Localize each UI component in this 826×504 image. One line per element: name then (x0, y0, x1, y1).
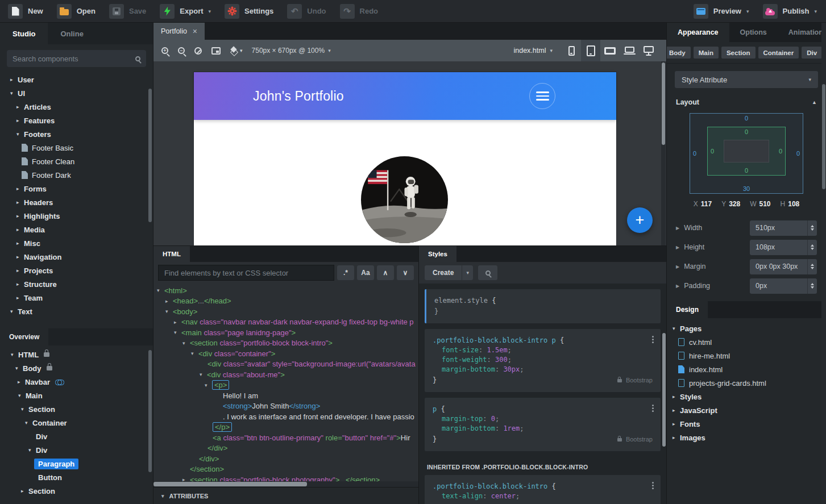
tree-arrow-icon[interactable]: ▾ (174, 330, 181, 335)
tree-arrow-icon[interactable]: ▸ (16, 268, 24, 273)
tree-arrow-icon[interactable]: ▾ (21, 406, 28, 412)
html-code-line[interactable]: ▾ <body> (153, 306, 418, 317)
toolbar-button[interactable]: Undo ▾ (285, 2, 329, 20)
tree-arrow-icon[interactable]: ▾ (15, 365, 23, 371)
tree-arrow-icon[interactable]: ▸ (673, 394, 680, 399)
padding-left-value[interactable]: 0 (711, 148, 714, 155)
search-styles-button[interactable] (478, 265, 497, 280)
inspector-scrollbar-thumb[interactable] (822, 84, 825, 189)
add-component-button[interactable]: + (627, 207, 653, 233)
field-value[interactable]: 510px (750, 224, 807, 232)
canvas-tool-button[interactable]: ▾ (178, 47, 185, 54)
html-hscroll-thumb[interactable] (153, 482, 307, 486)
html-code-line[interactable]: ▾ <p> (153, 380, 418, 391)
chevron-up-icon[interactable]: ▲ (812, 99, 817, 105)
field-input[interactable]: 0px (750, 278, 817, 294)
tab-html[interactable]: HTML (153, 246, 190, 262)
css-rule-card[interactable]: p { margin-top: 0;margin-bottom: 1rem; }… (425, 398, 661, 451)
breadcrumb-item[interactable]: Body (667, 47, 691, 59)
component-tree-item[interactable]: Footer Clean (0, 155, 153, 168)
html-code-line[interactable]: </div> (153, 453, 418, 464)
tree-arrow-icon[interactable]: ▾ (165, 309, 173, 314)
tab-portfolio[interactable]: Portfolio × (153, 23, 205, 40)
component-tree-item[interactable]: ▸ Articles (0, 100, 153, 114)
find-option-button[interactable]: ∧ (377, 265, 394, 280)
hamburger-menu-icon[interactable] (529, 83, 555, 109)
toolbar-button[interactable]: New ▾ (6, 2, 47, 20)
html-horizontal-scrollbar[interactable] (153, 481, 418, 487)
preview-page[interactable]: John's Portfolio (194, 72, 616, 245)
tree-arrow-icon[interactable]: ▾ (673, 326, 680, 331)
tree-arrow-icon[interactable]: ▾ (205, 382, 212, 388)
tree-arrow-icon[interactable]: ▸ (18, 379, 25, 385)
tree-arrow-icon[interactable]: ▾ (18, 393, 26, 398)
css-rule-card[interactable]: .portfolio-block.block-intro p { font-si… (425, 329, 661, 392)
html-code-line[interactable]: </p> (153, 422, 418, 433)
design-tree-item[interactable]: projects-grid-cards.html (667, 376, 826, 390)
tree-arrow-icon[interactable]: ▸ (16, 213, 24, 219)
toolbar-button[interactable]: Settings ▾ (222, 2, 277, 20)
chevron-down-icon[interactable]: ▾ (462, 265, 473, 280)
design-tree-item[interactable]: cv.html (667, 335, 826, 349)
padding-bottom-value[interactable]: 0 (745, 167, 748, 174)
component-tree-item[interactable]: ▸ Media (0, 223, 153, 236)
design-tree-item[interactable]: ▾ Pages (667, 322, 826, 335)
tree-arrow-icon[interactable]: ▸ (16, 104, 24, 110)
preview-navbar[interactable]: John's Portfolio (194, 72, 616, 120)
find-option-button[interactable]: ∨ (397, 265, 414, 280)
overview-tree-item[interactable]: ▾ Div (0, 443, 153, 457)
tree-arrow-icon[interactable]: ▾ (25, 420, 32, 426)
html-code-line[interactable]: </section> (153, 464, 418, 475)
tab-animation[interactable]: Animation (778, 23, 826, 42)
content-box[interactable] (724, 140, 769, 163)
design-tree-item[interactable]: ▸ Fonts (667, 417, 826, 431)
overview-tree-item[interactable]: ▾ Main (0, 389, 153, 402)
toolbar-button[interactable]: Redo ▾ (338, 2, 382, 20)
design-tree-item[interactable]: index.html (667, 363, 826, 376)
canvas-scrollbar-thumb[interactable] (662, 63, 665, 145)
tab-appearance[interactable]: Appearance (667, 23, 729, 42)
breadcrumb-item[interactable]: Div (802, 47, 822, 59)
find-option-button[interactable]: .* (337, 265, 354, 280)
tab-styles[interactable]: Styles (419, 246, 456, 262)
toolbar-button[interactable]: Preview ▾ (691, 2, 753, 20)
tab-design[interactable]: Design (667, 301, 708, 318)
breadcrumb-item[interactable]: Main (694, 47, 719, 59)
tree-arrow-icon[interactable]: ▸ (673, 421, 680, 427)
components-search-input[interactable] (13, 55, 131, 63)
value-stepper[interactable] (807, 259, 817, 274)
overview-tree-item[interactable]: Div (0, 430, 153, 443)
canvas-tool-button[interactable]: ▾ (230, 47, 243, 55)
create-button-label[interactable]: Create (425, 265, 462, 280)
tree-arrow-icon[interactable]: ▾ (16, 131, 24, 137)
tree-arrow-icon[interactable]: ▾ (157, 288, 164, 293)
overview-tree-item[interactable]: ▸ Navbar (0, 375, 153, 389)
tree-arrow-icon[interactable]: ▸ (673, 435, 680, 440)
device-button[interactable] (639, 40, 658, 61)
layout-section-header[interactable]: Layout ▲ (667, 94, 826, 109)
component-tree-item[interactable]: ▸ Structure (0, 277, 153, 291)
html-code-line[interactable]: <div class="avatar" style="background-im… (153, 359, 418, 370)
margin-right-value[interactable]: 0 (796, 150, 800, 157)
tab-online[interactable]: Online (48, 23, 96, 44)
triangle-right-icon[interactable]: ▶ (676, 245, 679, 250)
triangle-right-icon[interactable]: ▶ (676, 264, 679, 269)
component-tree-item[interactable]: ▸ Team (0, 291, 153, 305)
components-search-box[interactable] (7, 50, 146, 67)
css-rule-card[interactable]: .portfolio-block.block-intro { text-alig… (425, 475, 661, 504)
tree-arrow-icon[interactable]: ▸ (673, 407, 680, 413)
tree-arrow-icon[interactable]: ▸ (16, 240, 24, 246)
tree-arrow-icon[interactable]: ▾ (191, 351, 198, 356)
tree-arrow-icon[interactable]: ▸ (16, 295, 24, 301)
toolbar-button[interactable]: Publish ▾ (761, 2, 820, 20)
value-stepper[interactable] (807, 278, 817, 294)
component-tree-item[interactable]: ▸ Forms (0, 182, 153, 195)
overview-tree-item[interactable]: ▾ HTML (0, 348, 153, 361)
create-style-button[interactable]: Create ▾ (425, 265, 473, 280)
field-label[interactable]: ▶Padding (676, 282, 710, 290)
canvas-scrollbar[interactable] (661, 61, 666, 245)
padding-top-value[interactable]: 0 (745, 128, 748, 135)
device-button[interactable] (581, 40, 600, 61)
kebab-menu-icon[interactable] (652, 405, 654, 406)
tree-arrow-icon[interactable]: ▾ (28, 447, 36, 453)
